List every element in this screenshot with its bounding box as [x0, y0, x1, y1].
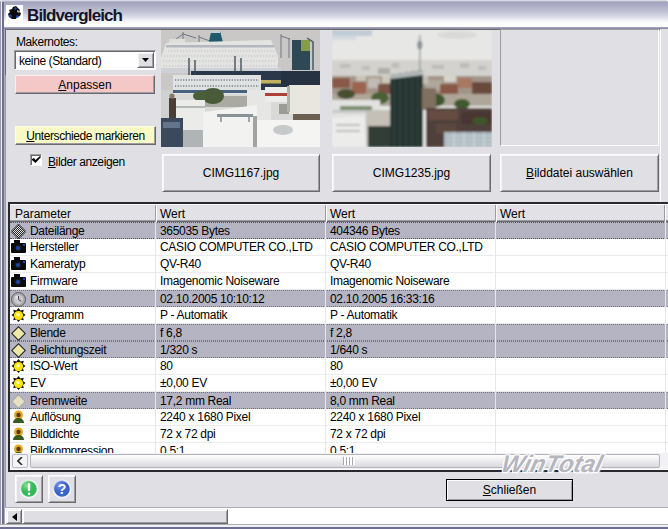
svg-text:?: ?	[58, 481, 67, 497]
